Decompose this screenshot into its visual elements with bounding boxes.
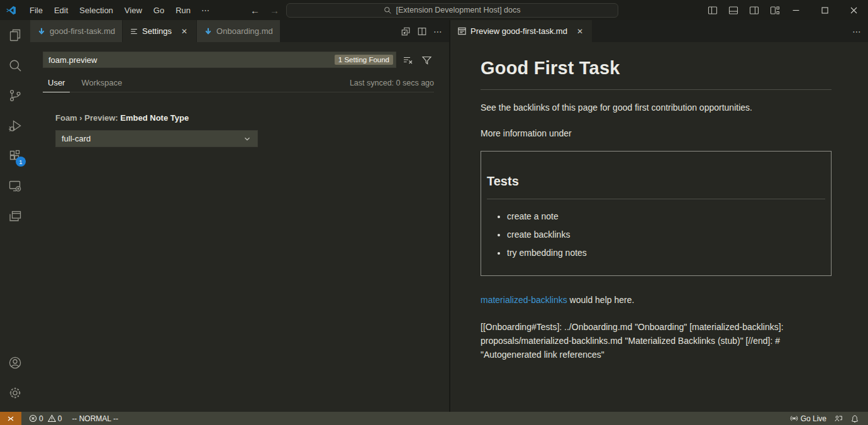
embed-heading: Tests (487, 172, 825, 199)
menu-file[interactable]: File (24, 4, 48, 17)
live-share-button[interactable] (830, 412, 847, 425)
settings-count-badge: 1 Setting Found (335, 55, 393, 65)
setting-item-embed-note-type: Foam › Preview: Embed Note Type full-car… (55, 113, 449, 147)
menu-run[interactable]: Run (170, 4, 196, 17)
tab-onboarding[interactable]: Onboarding.md (197, 20, 281, 42)
source-control-icon[interactable] (0, 80, 30, 111)
remote-icon (6, 414, 15, 423)
tab-good-first-task[interactable]: good-first-task.md (30, 20, 123, 42)
more-actions-icon[interactable]: ⋯ (433, 26, 443, 36)
settings-list-icon (130, 27, 138, 36)
embed-list-item: create backlinks (507, 228, 825, 241)
accounts-icon[interactable] (0, 348, 30, 378)
setting-category-label: Foam › Preview: (55, 113, 120, 123)
tabstrip-right: Preview good-first-task.md ✕ ⋯ (450, 20, 868, 42)
remote-explorer-icon[interactable] (0, 171, 30, 201)
menu-go[interactable]: Go (148, 4, 170, 17)
run-debug-icon[interactable] (0, 111, 30, 141)
close-window-icon[interactable] (839, 0, 868, 20)
tab-close-icon[interactable]: ✕ (575, 26, 585, 36)
broadcast-icon (790, 414, 798, 422)
embedded-note-card: Tests create a note create backlinks try… (481, 151, 832, 276)
warning-icon (48, 414, 56, 422)
notifications-bell[interactable] (847, 412, 863, 425)
tab-label: Settings (142, 26, 172, 36)
menu-selection[interactable]: Selection (74, 4, 118, 17)
settings-scope-tabs: User Workspace Last synced: 0 secs ago (43, 74, 434, 92)
vim-mode-indicator[interactable]: -- NORMAL -- (69, 412, 121, 425)
explorer-icon[interactable] (0, 20, 30, 50)
embed-note-type-select[interactable]: full-card (55, 130, 258, 147)
link-tail-text: would help here. (567, 295, 635, 305)
embed-list-item: try embedding notes (507, 246, 825, 260)
history-nav: ← → (250, 0, 279, 20)
embed-list-item: create a note (507, 209, 825, 223)
workbench: 1 good-first-task.md (0, 20, 868, 412)
back-arrow-icon[interactable]: ← (250, 5, 260, 16)
preview-heading: Good First Task (481, 54, 832, 90)
layout-controls (705, 0, 782, 20)
bell-icon (850, 414, 859, 423)
materialized-backlinks-link[interactable]: materialized-backlinks (481, 295, 567, 305)
menu-more-icon[interactable]: ⋯ (196, 4, 214, 17)
embed-list: create a note create backlinks try embed… (487, 209, 825, 260)
right-group-actions: ⋯ (846, 20, 868, 42)
preview-paragraph: More information under (481, 126, 832, 140)
command-center-search[interactable]: [Extension Development Host] docs (286, 3, 618, 18)
open-changes-icon[interactable] (401, 26, 411, 36)
maximize-icon[interactable] (810, 0, 839, 20)
titlebar: File Edit Selection View Go Run ⋯ ← → [E… (0, 0, 868, 20)
error-icon (29, 414, 37, 422)
tab-settings[interactable]: Settings ✕ (123, 20, 197, 42)
command-center-label: [Extension Development Host] docs (396, 6, 520, 14)
split-editor-icon[interactable] (417, 26, 427, 36)
remote-indicator[interactable] (0, 412, 21, 425)
minimize-icon[interactable] (781, 0, 810, 20)
status-bar-right: Go Live (786, 412, 868, 425)
setting-title: Foam › Preview: Embed Note Type (55, 113, 449, 123)
settings-editor: 1 Setting Found User Workspace Last sync… (30, 42, 449, 412)
settings-gear-icon[interactable] (0, 378, 30, 408)
toggle-secondary-sidebar-icon[interactable] (747, 3, 762, 18)
app-windows-icon[interactable] (0, 201, 30, 231)
search-view-icon[interactable] (0, 50, 30, 80)
tab-label: good-first-task.md (50, 26, 115, 36)
extensions-badge: 1 (16, 157, 26, 167)
tab-close-icon[interactable]: ✕ (179, 26, 189, 36)
menu-bar: File Edit Selection View Go Run ⋯ (24, 4, 214, 17)
last-synced-label: Last synced: 0 secs ago (350, 79, 434, 92)
preview-paragraph: See the backlinks of this page for good … (481, 101, 832, 114)
settings-search-row: 1 Setting Found (43, 52, 434, 68)
tab-label: Onboarding.md (216, 26, 273, 36)
markdown-preview: Good First Task See the backlinks of thi… (450, 42, 868, 412)
select-value: full-card (62, 134, 91, 143)
extensions-icon[interactable]: 1 (0, 141, 30, 171)
forward-arrow-icon: → (270, 5, 279, 16)
warning-count: 0 (58, 414, 62, 423)
go-live-button[interactable]: Go Live (786, 412, 830, 425)
toggle-primary-sidebar-icon[interactable] (705, 3, 720, 18)
markdown-file-icon (204, 27, 213, 36)
editor-group-left: good-first-task.md Settings ✕ Onboarding… (30, 20, 450, 412)
editor-group-right: Preview good-first-task.md ✕ ⋯ Good Firs… (450, 20, 868, 412)
settings-search-box[interactable]: 1 Setting Found (43, 52, 396, 68)
tabstrip-left: good-first-task.md Settings ✕ Onboarding… (30, 20, 449, 42)
tab-label: Preview good-first-task.md (470, 26, 567, 36)
scope-tab-user[interactable]: User (43, 74, 70, 92)
setting-name-label: Embed Note Type (120, 113, 189, 123)
tab-preview-good-first-task[interactable]: Preview good-first-task.md ✕ (450, 20, 593, 42)
settings-search-input[interactable] (48, 55, 335, 65)
left-group-actions: ⋯ (394, 20, 449, 42)
menu-edit[interactable]: Edit (48, 4, 74, 17)
more-actions-icon[interactable]: ⋯ (852, 26, 862, 36)
customize-layout-icon[interactable] (767, 3, 782, 18)
live-share-icon (834, 414, 843, 423)
clear-search-filters-icon[interactable] (400, 52, 415, 67)
scope-tab-workspace[interactable]: Workspace (76, 74, 127, 92)
activity-bar: 1 (0, 20, 30, 412)
filter-settings-icon[interactable] (419, 52, 434, 67)
chevron-down-icon (243, 135, 252, 143)
toggle-panel-icon[interactable] (726, 3, 741, 18)
problems-indicator[interactable]: 0 0 (26, 412, 65, 425)
menu-view[interactable]: View (119, 4, 148, 17)
